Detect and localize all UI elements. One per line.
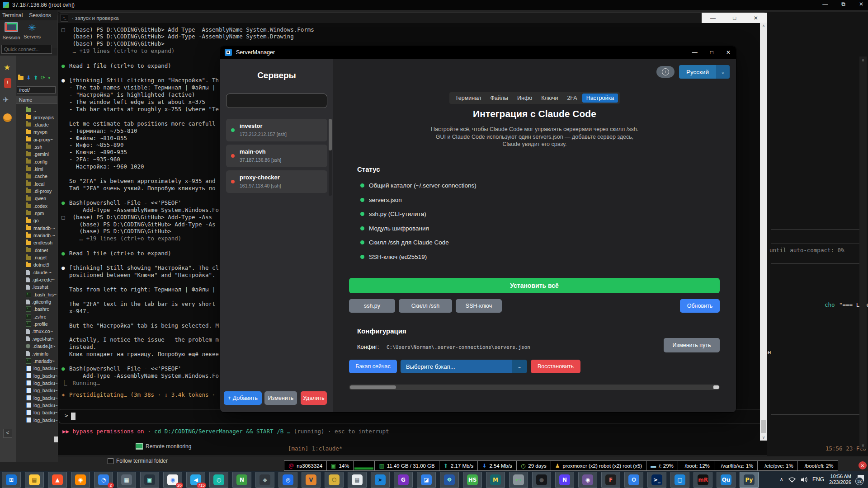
taskbar-app-button[interactable]: ☸ [440,472,459,488]
restore-button[interactable]: Восстановить [531,360,580,373]
maximize-icon[interactable]: □ [710,49,713,56]
minimize-icon[interactable]: — [822,1,828,7]
taskbar-app-button[interactable]: ◎ [278,472,297,488]
backup-select[interactable]: Выберите бэкап... ⌄ [401,360,527,373]
clock-button[interactable]: 10:56 AM 2/23/2026 [829,474,851,485]
install-sshpy-button[interactable]: ssh.py [349,299,395,313]
file-row[interactable]: .bash_his~ [16,291,58,298]
server-list-item[interactable]: investor 173.212.212.157 [ssh] [226,119,327,141]
taskbar-app-button[interactable]: ▦ [117,472,136,488]
taskbar-app-button[interactable]: N [232,472,251,488]
file-row[interactable]: .tmux.co~ [16,328,58,335]
file-row[interactable]: .ssh [16,143,58,150]
file-row[interactable]: .di-proxy [16,188,58,195]
file-row[interactable]: log_backu~ [16,365,58,372]
remote-monitoring-toggle[interactable]: Remote monitoring [136,443,191,450]
info-button[interactable]: i [656,66,675,78]
taskbar-app-button[interactable]: O [624,472,643,488]
file-row[interactable]: .claude [16,121,58,128]
volume-icon[interactable] [801,477,807,483]
tab[interactable]: Настройка [582,94,618,103]
install-skill-button[interactable]: Скилл /ssh [399,299,452,313]
tray-expand-icon[interactable]: ∧ [779,476,783,483]
session-button[interactable]: Session [0,22,23,40]
file-row[interactable]: .cache [16,173,58,180]
file-row[interactable]: .git-crede~ [16,276,58,283]
file-row[interactable]: .kimi [16,165,58,173]
file-row[interactable]: .wget-hst~ [16,335,58,343]
path-field[interactable]: /root/ [17,86,56,94]
add-server-button[interactable]: + Добавить [224,391,262,405]
wifi-icon[interactable] [788,477,796,483]
server-search-input[interactable] [226,94,327,108]
file-row[interactable]: .claude.~ [16,269,58,276]
file-row[interactable]: log_backu~ [16,409,58,416]
taskbar-app-button[interactable]: HS [463,472,482,488]
tab[interactable]: Инфо [513,94,536,103]
tab[interactable]: Ключи [537,94,562,103]
files-name-header[interactable]: Name [16,96,58,104]
file-row[interactable]: .viminfo [16,350,58,357]
taskbar-app-button[interactable]: ◔ 2 [94,472,113,488]
follow-folder-checkbox[interactable]: Follow terminal folder [108,458,168,464]
taskbar-app-button[interactable]: ▲ [48,472,67,488]
menu-sessions[interactable]: Sessions [29,12,51,19]
taskbar-app-button[interactable]: N [555,472,574,488]
taskbar-app-button[interactable]: ● [532,472,551,488]
menu-terminal[interactable]: Terminal [2,12,23,19]
file-row[interactable]: myvpn [16,128,58,136]
taskbar-app-button[interactable]: ⬡ [325,472,344,488]
file-row[interactable]: .qwen [16,195,58,202]
taskbar-app-button[interactable]: ◀ 715 [186,472,205,488]
taskbar-app-button[interactable]: Qu [717,472,736,488]
taskbar-app-button[interactable]: ◉ [71,472,90,488]
tab[interactable]: Терминал [451,94,486,103]
collapse-panel-button[interactable]: < [3,429,12,438]
taskbar-app-button[interactable]: ▢ [670,472,689,488]
horizontal-scrollbar[interactable] [349,385,720,390]
favorites-star-icon[interactable]: ★ [4,63,10,72]
terminal-scrollbar[interactable]: ∧ ∨ [760,23,767,441]
scrollbar-thumb[interactable] [329,119,332,150]
file-row[interactable]: .gemini [16,150,58,158]
server-list-scrollbar[interactable] [329,119,332,196]
file-row[interactable]: mariadb-~ [16,232,58,239]
refresh-icon[interactable]: ⟳ [41,75,45,81]
scroll-down-icon[interactable]: ∨ [760,435,767,440]
refresh-button[interactable]: Обновить [680,299,720,313]
taskbar-app-button[interactable]: ▣ [140,472,159,488]
file-row[interactable]: .. [16,106,58,113]
quick-connect-input[interactable] [1,45,52,54]
folder-up-icon[interactable] [18,76,24,80]
taskbar-app-button[interactable]: ▤ [25,472,44,488]
close-icon[interactable]: ✕ [726,49,731,56]
scroll-up-icon[interactable]: ∧ [760,23,767,28]
taskbar-app-button[interactable]: ▤ [348,472,367,488]
right-scrollbar[interactable]: ∧ ∨ [859,56,867,449]
close-icon[interactable]: ✕ [859,1,863,7]
change-path-button[interactable]: Изменить путь [664,338,720,352]
delete-server-button[interactable]: Удалить [301,391,327,405]
monitor-close-button[interactable]: ✕ [859,461,867,469]
maximize-icon[interactable]: □ [733,15,736,21]
file-row[interactable]: ai-proxy~ [16,136,58,143]
file-row[interactable]: .config [16,158,58,165]
taskbar-app-button[interactable]: V [302,472,321,488]
file-row[interactable]: .profile [16,320,58,328]
file-row[interactable]: log_backu~ [16,394,58,401]
taskbar-app-button[interactable]: M [486,472,505,488]
taskbar-app-button[interactable]: G [394,472,413,488]
file-row[interactable]: dotnet9 [16,261,58,268]
taskbar-app-button[interactable]: mR [693,472,712,488]
file-row[interactable]: go [16,217,58,224]
plane-icon[interactable]: ✈ [3,95,9,104]
taskbar-app-button[interactable]: ▭ [509,472,528,488]
minimize-icon[interactable]: — [710,15,716,21]
network-globe-icon[interactable] [3,113,12,122]
file-row[interactable]: .nuget [16,254,58,261]
file-row[interactable]: .dotnet [16,247,58,254]
taskbar-app-button[interactable]: ⊞ [2,472,21,488]
input-language-button[interactable]: ENG [812,476,824,483]
file-row[interactable]: log_backu~ [16,387,58,394]
scroll-up-icon[interactable]: ∧ [859,56,867,62]
